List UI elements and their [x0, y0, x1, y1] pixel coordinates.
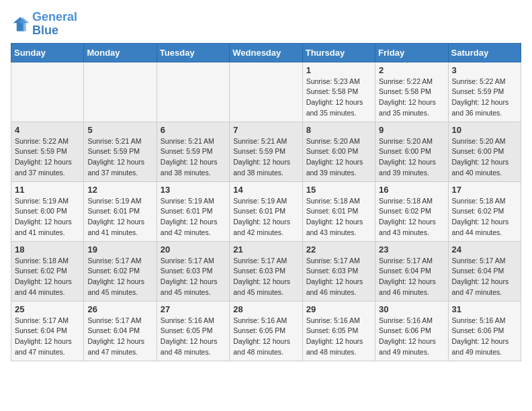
- day-number: 2: [379, 65, 444, 75]
- day-info: Sunrise: 5:21 AM Sunset: 5:59 PM Dayligh…: [87, 136, 152, 179]
- calendar-week-1: 1Sunrise: 5:23 AM Sunset: 5:58 PM Daylig…: [11, 62, 521, 122]
- day-info: Sunrise: 5:16 AM Sunset: 6:05 PM Dayligh…: [306, 316, 371, 358]
- logo-icon: [11, 15, 30, 34]
- weekday-header-friday: Friday: [375, 43, 448, 62]
- day-info: Sunrise: 5:17 AM Sunset: 6:02 PM Dayligh…: [87, 256, 152, 298]
- calendar-cell: 10Sunrise: 5:20 AM Sunset: 6:00 PM Dayli…: [448, 122, 521, 181]
- day-info: Sunrise: 5:17 AM Sunset: 6:03 PM Dayligh…: [233, 256, 298, 298]
- day-info: Sunrise: 5:18 AM Sunset: 6:01 PM Dayligh…: [306, 196, 371, 238]
- calendar-cell: 16Sunrise: 5:18 AM Sunset: 6:02 PM Dayli…: [375, 181, 448, 241]
- day-info: Sunrise: 5:20 AM Sunset: 6:00 PM Dayligh…: [379, 136, 444, 179]
- day-info: Sunrise: 5:22 AM Sunset: 5:58 PM Dayligh…: [379, 77, 444, 119]
- day-info: Sunrise: 5:20 AM Sunset: 6:00 PM Dayligh…: [306, 136, 371, 179]
- weekday-header-saturday: Saturday: [448, 43, 521, 62]
- page-header: General Blue: [11, 11, 521, 38]
- day-number: 18: [15, 244, 80, 255]
- calendar-cell: 6Sunrise: 5:21 AM Sunset: 5:59 PM Daylig…: [157, 122, 229, 181]
- day-info: Sunrise: 5:21 AM Sunset: 5:59 PM Dayligh…: [233, 136, 298, 179]
- calendar-week-3: 11Sunrise: 5:19 AM Sunset: 6:00 PM Dayli…: [11, 181, 521, 241]
- day-number: 9: [379, 125, 444, 135]
- weekday-header-thursday: Thursday: [302, 43, 375, 62]
- calendar-cell: 19Sunrise: 5:17 AM Sunset: 6:02 PM Dayli…: [84, 241, 157, 301]
- day-number: 24: [452, 244, 517, 255]
- calendar-week-2: 4Sunrise: 5:22 AM Sunset: 5:59 PM Daylig…: [11, 122, 521, 181]
- calendar-cell: 22Sunrise: 5:17 AM Sunset: 6:03 PM Dayli…: [302, 241, 375, 301]
- day-number: 22: [306, 244, 371, 255]
- weekday-header-sunday: Sunday: [11, 43, 84, 62]
- calendar-cell: 2Sunrise: 5:22 AM Sunset: 5:58 PM Daylig…: [375, 62, 448, 122]
- calendar-cell: 8Sunrise: 5:20 AM Sunset: 6:00 PM Daylig…: [302, 122, 375, 181]
- calendar-cell: 28Sunrise: 5:16 AM Sunset: 6:05 PM Dayli…: [230, 301, 302, 361]
- calendar-cell: 12Sunrise: 5:19 AM Sunset: 6:01 PM Dayli…: [84, 181, 157, 241]
- day-info: Sunrise: 5:22 AM Sunset: 5:59 PM Dayligh…: [452, 77, 517, 119]
- day-info: Sunrise: 5:17 AM Sunset: 6:04 PM Dayligh…: [452, 256, 517, 298]
- calendar-header: SundayMondayTuesdayWednesdayThursdayFrid…: [11, 43, 521, 62]
- calendar-cell: 9Sunrise: 5:20 AM Sunset: 6:00 PM Daylig…: [375, 122, 448, 181]
- day-number: 23: [379, 244, 444, 255]
- day-number: 5: [87, 125, 152, 135]
- day-number: 10: [452, 125, 517, 135]
- calendar-body: 1Sunrise: 5:23 AM Sunset: 5:58 PM Daylig…: [11, 62, 521, 361]
- calendar-cell: 20Sunrise: 5:17 AM Sunset: 6:03 PM Dayli…: [157, 241, 229, 301]
- day-info: Sunrise: 5:17 AM Sunset: 6:03 PM Dayligh…: [161, 256, 226, 298]
- day-number: 28: [233, 304, 298, 314]
- calendar-cell: [230, 62, 302, 122]
- day-number: 30: [379, 304, 444, 314]
- day-info: Sunrise: 5:18 AM Sunset: 6:02 PM Dayligh…: [15, 256, 80, 298]
- day-number: 27: [161, 304, 226, 314]
- day-info: Sunrise: 5:18 AM Sunset: 6:02 PM Dayligh…: [379, 196, 444, 238]
- calendar-cell: 3Sunrise: 5:22 AM Sunset: 5:59 PM Daylig…: [448, 62, 521, 122]
- day-info: Sunrise: 5:17 AM Sunset: 6:03 PM Dayligh…: [306, 256, 371, 298]
- weekday-header-tuesday: Tuesday: [157, 43, 229, 62]
- day-number: 17: [452, 185, 517, 195]
- weekday-header-monday: Monday: [84, 43, 157, 62]
- day-info: Sunrise: 5:19 AM Sunset: 6:01 PM Dayligh…: [87, 196, 152, 238]
- calendar-cell: [157, 62, 229, 122]
- calendar-table: SundayMondayTuesdayWednesdayThursdayFrid…: [11, 43, 521, 361]
- day-info: Sunrise: 5:17 AM Sunset: 6:04 PM Dayligh…: [379, 256, 444, 298]
- day-number: 1: [306, 65, 371, 75]
- calendar-cell: 4Sunrise: 5:22 AM Sunset: 5:59 PM Daylig…: [11, 122, 84, 181]
- day-number: 31: [452, 304, 517, 314]
- calendar-cell: 29Sunrise: 5:16 AM Sunset: 6:05 PM Dayli…: [302, 301, 375, 361]
- day-info: Sunrise: 5:22 AM Sunset: 5:59 PM Dayligh…: [15, 136, 80, 179]
- day-number: 13: [161, 185, 226, 195]
- day-info: Sunrise: 5:16 AM Sunset: 6:06 PM Dayligh…: [452, 316, 517, 358]
- day-number: 4: [15, 125, 80, 135]
- calendar-cell: 15Sunrise: 5:18 AM Sunset: 6:01 PM Dayli…: [302, 181, 375, 241]
- day-info: Sunrise: 5:17 AM Sunset: 6:04 PM Dayligh…: [87, 316, 152, 358]
- calendar-cell: 31Sunrise: 5:16 AM Sunset: 6:06 PM Dayli…: [448, 301, 521, 361]
- day-number: 29: [306, 304, 371, 314]
- calendar-cell: [84, 62, 157, 122]
- day-number: 6: [161, 125, 226, 135]
- calendar-cell: 5Sunrise: 5:21 AM Sunset: 5:59 PM Daylig…: [84, 122, 157, 181]
- calendar-week-5: 25Sunrise: 5:17 AM Sunset: 6:04 PM Dayli…: [11, 301, 521, 361]
- calendar-cell: 23Sunrise: 5:17 AM Sunset: 6:04 PM Dayli…: [375, 241, 448, 301]
- calendar-cell: 25Sunrise: 5:17 AM Sunset: 6:04 PM Dayli…: [11, 301, 84, 361]
- calendar-cell: 7Sunrise: 5:21 AM Sunset: 5:59 PM Daylig…: [230, 122, 302, 181]
- calendar-cell: 24Sunrise: 5:17 AM Sunset: 6:04 PM Dayli…: [448, 241, 521, 301]
- calendar-week-4: 18Sunrise: 5:18 AM Sunset: 6:02 PM Dayli…: [11, 241, 521, 301]
- day-info: Sunrise: 5:19 AM Sunset: 6:01 PM Dayligh…: [233, 196, 298, 238]
- logo: General Blue: [11, 11, 77, 38]
- calendar-cell: [11, 62, 84, 122]
- day-info: Sunrise: 5:16 AM Sunset: 6:05 PM Dayligh…: [233, 316, 298, 358]
- calendar-cell: 11Sunrise: 5:19 AM Sunset: 6:00 PM Dayli…: [11, 181, 84, 241]
- day-number: 15: [306, 185, 371, 195]
- calendar-cell: 30Sunrise: 5:16 AM Sunset: 6:06 PM Dayli…: [375, 301, 448, 361]
- calendar-cell: 26Sunrise: 5:17 AM Sunset: 6:04 PM Dayli…: [84, 301, 157, 361]
- day-number: 12: [87, 185, 152, 195]
- day-number: 21: [233, 244, 298, 255]
- calendar-cell: 14Sunrise: 5:19 AM Sunset: 6:01 PM Dayli…: [230, 181, 302, 241]
- weekday-row: SundayMondayTuesdayWednesdayThursdayFrid…: [11, 43, 521, 62]
- day-info: Sunrise: 5:19 AM Sunset: 6:00 PM Dayligh…: [15, 196, 80, 238]
- day-number: 19: [87, 244, 152, 255]
- day-number: 7: [233, 125, 298, 135]
- calendar-cell: 27Sunrise: 5:16 AM Sunset: 6:05 PM Dayli…: [157, 301, 229, 361]
- day-info: Sunrise: 5:18 AM Sunset: 6:02 PM Dayligh…: [452, 196, 517, 238]
- day-number: 20: [161, 244, 226, 255]
- weekday-header-wednesday: Wednesday: [230, 43, 302, 62]
- calendar-cell: 1Sunrise: 5:23 AM Sunset: 5:58 PM Daylig…: [302, 62, 375, 122]
- logo-text: General Blue: [32, 11, 77, 38]
- calendar-cell: 13Sunrise: 5:19 AM Sunset: 6:01 PM Dayli…: [157, 181, 229, 241]
